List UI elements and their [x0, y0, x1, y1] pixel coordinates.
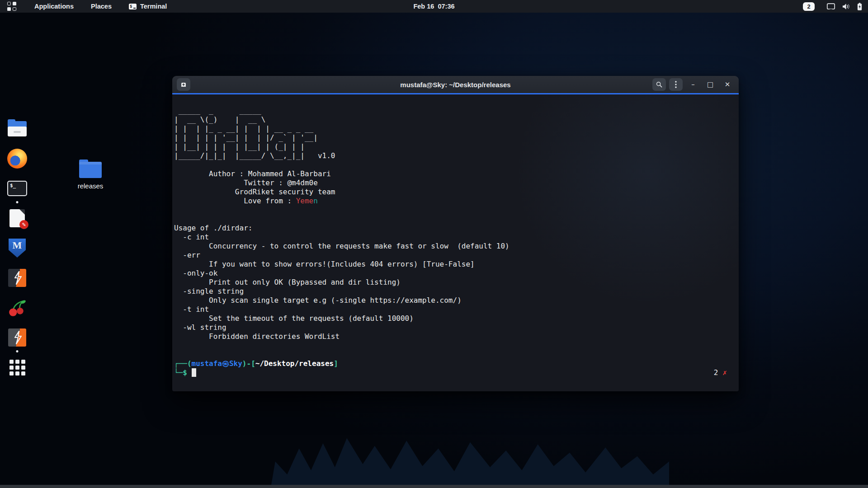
shell-prompt-line2: └─$ 2✗ — [174, 368, 739, 377]
metasploit-shield-icon: M — [9, 239, 26, 258]
usage-line: -wl string — [174, 323, 739, 332]
minimize-button[interactable]: – — [686, 78, 700, 91]
dock-item-app-grid[interactable] — [6, 357, 28, 378]
text-editor-icon: ✎ — [9, 209, 25, 227]
dock-item-firefox[interactable] — [6, 148, 28, 169]
search-icon — [656, 81, 663, 88]
usage-line: -err — [174, 251, 739, 260]
usage-line: Concurrency - to control the requests ma… — [174, 242, 739, 251]
maximize-button[interactable]: □ — [703, 78, 717, 91]
new-tab-button[interactable] — [177, 78, 190, 91]
desktop-folder-releases[interactable]: releases — [69, 162, 112, 190]
window-titlebar[interactable]: mustafa@Sky: ~/Desktop/releases – □ ✕ — [172, 76, 739, 93]
folder-label: releases — [69, 182, 112, 190]
terminal-window: mustafa@Sky: ~/Desktop/releases – □ ✕ __… — [172, 76, 739, 391]
terminal-app-icon — [7, 181, 27, 196]
usage-line: Only scan single target e.g (-single htt… — [174, 296, 739, 305]
volume-icon — [842, 3, 850, 10]
activities-grid-icon[interactable] — [7, 2, 16, 11]
usage-line: -only-ok — [174, 269, 739, 278]
terminal-window-icon — [129, 4, 137, 9]
team-line: GrodRiket security team — [174, 188, 739, 197]
exit-status: 2✗ — [714, 368, 727, 377]
dock-item-terminal[interactable] — [6, 178, 28, 199]
app-grid-icon — [9, 360, 25, 375]
search-button[interactable] — [652, 78, 666, 91]
dock-item-burp-suite-alt[interactable] — [6, 327, 28, 348]
error-cross-icon: ✗ — [722, 368, 727, 377]
terminal-cursor — [192, 368, 196, 377]
menu-places[interactable]: Places — [89, 2, 113, 11]
menu-applications[interactable]: Applications — [33, 2, 75, 11]
dock-item-metasploit[interactable]: M — [6, 238, 28, 258]
cherrytree-icon — [7, 298, 27, 318]
burp-suite-icon — [8, 269, 26, 287]
dock: ✎ M — [6, 118, 28, 378]
usage-line: Forbidden directories WordList — [174, 332, 739, 341]
battery-icon — [857, 2, 863, 11]
running-indicator-dot — [16, 350, 19, 352]
terminal-screen[interactable]: _____ _ _____ | __ \(_) | __ \ | | | |_ … — [172, 94, 739, 391]
usage-line: -single string — [174, 287, 739, 296]
author-line: Author : Mohammed Al-Barbari — [174, 169, 739, 178]
menu-kebab-button[interactable] — [669, 78, 683, 91]
usage-line: If you want to show errors!(Includes 404… — [174, 260, 739, 269]
usage-line: -t int — [174, 305, 739, 314]
usage-line: Print out only OK (Bypassed and dir list… — [174, 278, 739, 287]
bottom-edge-strip — [0, 485, 868, 488]
file-manager-icon — [8, 121, 27, 136]
usage-line: Usage of ./dirdar: — [174, 224, 739, 233]
running-indicator-dot — [16, 201, 19, 203]
dirdar-ascii-banner: _____ _ _____ | __ \(_) | __ \ | | | |_ … — [174, 106, 739, 160]
dock-item-file-manager[interactable] — [6, 118, 28, 139]
folder-icon — [79, 162, 102, 178]
display-icon — [826, 3, 835, 10]
dock-item-burp-suite[interactable] — [6, 267, 28, 288]
burp-suite-alt-icon — [8, 328, 26, 347]
close-button[interactable]: ✕ — [721, 78, 734, 91]
menu-terminal[interactable]: Terminal — [127, 2, 169, 11]
usage-line: -c int — [174, 233, 739, 242]
shell-prompt-line1: ┌──(mustafa㉿Sky)-[~/Desktop/releases] — [174, 359, 739, 368]
top-panel: Applications Places Terminal Feb 16 07:3… — [0, 0, 868, 13]
love-line: Love from : Yemen — [174, 197, 739, 206]
dock-item-text-editor[interactable]: ✎ — [6, 208, 28, 229]
kali-dragon-silhouette — [271, 433, 669, 485]
firefox-icon — [7, 149, 27, 169]
notification-count-badge[interactable]: 2 — [803, 2, 815, 11]
dock-item-cherrytree[interactable] — [6, 297, 28, 318]
kebab-icon — [675, 81, 677, 88]
twitter-line: Twitter : @m4dm0e — [174, 178, 739, 188]
usage-line: Set the timeout of the requests (default… — [174, 314, 739, 323]
system-tray[interactable] — [826, 2, 863, 11]
